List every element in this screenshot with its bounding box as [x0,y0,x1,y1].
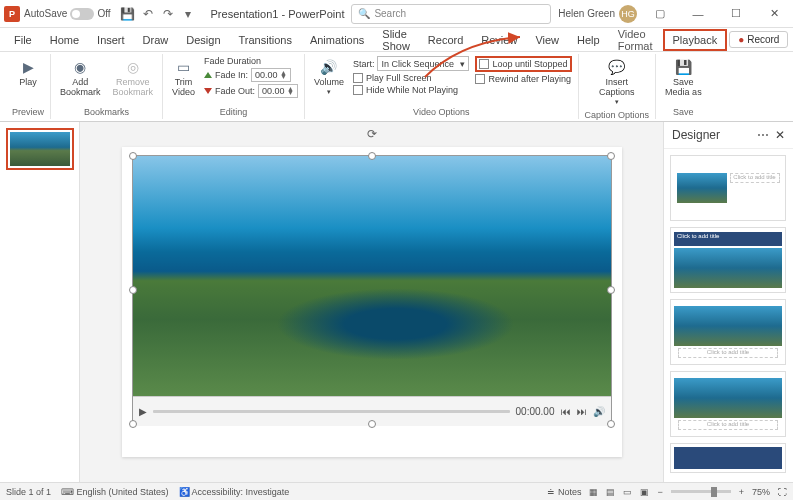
insert-captions-button[interactable]: 💬Insert Captions▾ [596,56,638,108]
fade-duration-label: Fade Duration [204,56,298,66]
designer-pane: Designer ⋯✕ Click to add title Click to … [663,122,793,482]
tab-home[interactable]: Home [42,31,87,49]
rotate-handle[interactable]: ⟳ [367,127,377,141]
group-caption: 💬Insert Captions▾ Caption Options [579,54,657,119]
loop-until-stopped-checkbox[interactable]: Loop until Stopped [475,56,571,72]
ribbon-options-icon[interactable]: ▢ [645,7,675,20]
autosave-toggle[interactable]: AutoSave Off [24,8,111,20]
zoom-in-icon[interactable]: + [739,487,744,497]
group-save: 💾Save Media as Save [656,54,711,119]
qat-dropdown-icon[interactable]: ▾ [181,7,195,21]
tab-review[interactable]: Review [473,31,525,49]
maximize-icon[interactable]: ☐ [721,7,751,20]
zoom-out-icon[interactable]: − [657,487,662,497]
video-play-icon[interactable]: ▶ [139,406,147,417]
fade-out-icon [204,88,212,94]
notes-button[interactable]: ≐ Notes [547,487,581,497]
slide-canvas[interactable]: ⟳ ▶ 00:00.00 ⏮ ⏭ 🔊 [80,122,663,482]
tab-draw[interactable]: Draw [135,31,177,49]
trim-video-button[interactable]: ▭Trim Video [169,56,198,99]
designer-close-icon[interactable]: ✕ [775,128,785,142]
record-button[interactable]: ●Record [729,31,788,48]
statusbar: Slide 1 of 1 ⌨ English (United States) ♿… [0,482,793,500]
slide-counter[interactable]: Slide 1 of 1 [6,487,51,497]
resize-handle[interactable] [129,286,137,294]
zoom-level[interactable]: 75% [752,487,770,497]
video-object[interactable]: ▶ 00:00.00 ⏮ ⏭ 🔊 [132,155,612,425]
view-reading-icon[interactable]: ▭ [623,487,632,497]
volume-icon: 🔊 [320,58,338,76]
add-bookmark-button[interactable]: ◉Add Bookmark [57,56,104,99]
ribbon: ▶Play Preview ◉Add Bookmark ◎Remove Book… [0,52,793,122]
redo-icon[interactable]: ↷ [161,7,175,21]
view-normal-icon[interactable]: ▦ [589,487,598,497]
bookmark-add-icon: ◉ [71,58,89,76]
volume-button[interactable]: 🔊Volume▾ [311,56,347,98]
avatar: HG [619,5,637,23]
resize-handle[interactable] [368,152,376,160]
tab-playback[interactable]: Playback [663,29,728,51]
design-idea-3[interactable]: Click to add title [670,299,786,365]
rewind-after-checkbox[interactable]: Rewind after Playing [475,74,571,84]
save-icon[interactable]: 💾 [121,7,135,21]
close-icon[interactable]: ✕ [759,7,789,20]
fade-out-row[interactable]: Fade Out:00.00▲▼ [204,84,298,98]
workarea: ⟳ ▶ 00:00.00 ⏮ ⏭ 🔊 [0,122,793,482]
view-sorter-icon[interactable]: ▤ [606,487,615,497]
slide: ⟳ ▶ 00:00.00 ⏮ ⏭ 🔊 [122,147,622,457]
play-button[interactable]: ▶Play [16,56,40,89]
fade-in-icon [204,72,212,78]
resize-handle[interactable] [129,152,137,160]
view-slideshow-icon[interactable]: ▣ [640,487,649,497]
minimize-icon[interactable]: — [683,8,713,20]
tab-design[interactable]: Design [178,31,228,49]
start-dropdown[interactable]: Start:In Click Sequence▾ [353,56,470,71]
accessibility-status[interactable]: ♿ Accessibility: Investigate [179,487,290,497]
account-button[interactable]: Helen Green HG [558,5,637,23]
search-input[interactable]: 🔍 Search [351,4,551,24]
video-time: 00:00.00 [516,406,555,417]
design-idea-4[interactable]: Click to add title [670,371,786,437]
fade-in-input[interactable]: 00.00▲▼ [251,68,291,82]
design-idea-1[interactable]: Click to add title [670,155,786,221]
group-preview: ▶Play Preview [6,54,51,119]
remove-bookmark-button: ◎Remove Bookmark [110,56,157,99]
designer-menu-icon[interactable]: ⋯ [757,128,769,142]
tab-insert[interactable]: Insert [89,31,133,49]
video-volume-icon[interactable]: 🔊 [593,406,605,417]
fade-out-input[interactable]: 00.00▲▼ [258,84,298,98]
play-icon: ▶ [19,58,37,76]
full-screen-checkbox[interactable]: Play Full Screen [353,73,470,83]
language-status[interactable]: ⌨ English (United States) [61,487,169,497]
design-idea-2[interactable]: Click to add title [670,227,786,293]
resize-handle[interactable] [129,420,137,428]
video-prev-icon[interactable]: ⏮ [561,406,571,417]
design-idea-5[interactable] [670,443,786,473]
resize-handle[interactable] [607,420,615,428]
tab-transitions[interactable]: Transitions [231,31,300,49]
tab-file[interactable]: File [6,31,40,49]
save-media-button[interactable]: 💾Save Media as [662,56,705,99]
tab-video-format[interactable]: Video Format [610,25,661,55]
powerpoint-icon: P [4,6,20,22]
tab-view[interactable]: View [527,31,567,49]
search-icon: 🔍 [358,8,370,19]
undo-icon[interactable]: ↶ [141,7,155,21]
thumbnail-slide-1[interactable] [6,128,74,170]
video-next-icon[interactable]: ⏭ [577,406,587,417]
resize-handle[interactable] [607,286,615,294]
trim-icon: ▭ [174,58,192,76]
video-seek-bar[interactable] [153,410,510,413]
tab-slideshow[interactable]: Slide Show [374,25,418,55]
resize-handle[interactable] [607,152,615,160]
toggle-off-icon[interactable] [70,8,94,20]
fade-in-row[interactable]: Fade In:00.00▲▼ [204,68,298,82]
zoom-slider[interactable] [671,490,731,493]
fit-to-window-icon[interactable]: ⛶ [778,487,787,497]
hide-not-playing-checkbox[interactable]: Hide While Not Playing [353,85,470,95]
group-bookmarks: ◉Add Bookmark ◎Remove Bookmark Bookmarks [51,54,163,119]
tab-record[interactable]: Record [420,31,471,49]
resize-handle[interactable] [368,420,376,428]
tab-help[interactable]: Help [569,31,608,49]
tab-animations[interactable]: Animations [302,31,372,49]
